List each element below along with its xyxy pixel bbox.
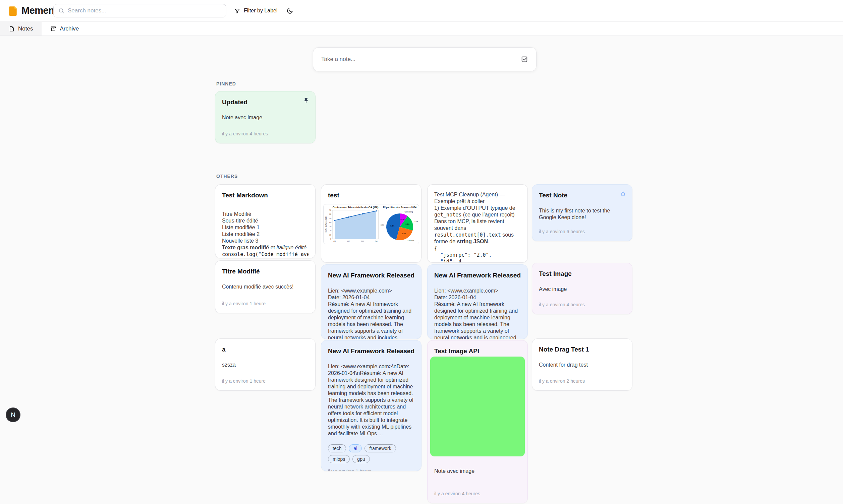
svg-text:20: 20 [329,230,331,232]
note-card-test-image-api[interactable]: Test Image API Note avec image il y a en… [427,340,528,503]
note-timestamp: il y a environ 4 heures [539,296,626,307]
svg-text:Consulting: Consulting [404,211,413,213]
funnel-icon [234,8,241,14]
dev-indicator-initial: N [11,411,15,418]
markdown-line: Sous-titre édité [222,217,309,224]
note-card-test-mcp-cleanup[interactable]: Test MCP Cleanup (Agent) — Exemple prêt … [427,184,528,263]
markdown-rich-line: Texte gras modifié et italique édité [222,244,309,251]
note-card-updated[interactable]: Updated Note avec image il y a environ 4… [215,91,316,143]
reminder-bell-icon[interactable] [619,190,627,197]
note-card-test-image[interactable]: Test Image Avec image il y a environ 4 h… [532,263,632,314]
note-timestamp: il y a environ 2 heures [539,373,626,384]
note-card-new-ai-framework-tags[interactable]: New AI Framework Released Lien: <www.exa… [321,340,421,471]
note-title: New AI Framework Released [434,271,521,280]
note-content: Test MCP Cleanup (Agent) — Exemple prêt … [434,191,521,263]
moon-icon [286,7,294,14]
svg-text:25.0%: 25.0% [401,233,406,235]
svg-text:Q2: Q2 [347,240,350,242]
tab-archive-label: Archive [60,25,79,32]
markdown-line: Liste modifiée 1 [222,224,309,231]
svg-text:Services: Services [407,239,414,241]
note-line: Test MCP Cleanup (Agent) — Exemple prêt … [434,191,521,205]
note-card-test-charts[interactable]: test Croissance Trimestrielle du CA (M€)… [321,184,421,263]
note-line: Date: 2026-01-04 [434,294,521,301]
svg-text:Q3: Q3 [361,240,364,242]
note-line: Lien: <www.example.com> [328,288,415,294]
take-a-note-input[interactable] [321,53,514,66]
tag-chip-tech[interactable]: tech [328,444,346,452]
pin-icon[interactable] [302,97,310,104]
note-content: szsza [222,362,309,368]
dev-indicator-button[interactable]: N [6,408,20,422]
svg-text:Q4: Q4 [375,240,377,242]
new-checklist-button[interactable] [519,54,530,65]
svg-text:45.8%: 45.8% [390,225,395,227]
note-card-new-ai-framework-1[interactable]: New AI Framework Released Lien: <www.exa… [321,265,421,339]
tag-chip-ai[interactable]: ai [349,444,362,452]
note-title: Test Note [539,191,626,199]
note-title: Note Drag Test 1 [539,345,626,354]
note-line: Dans ton MCP, la liste revient souvent d… [434,218,521,245]
note-title: Updated [222,98,309,106]
note-title: Titre Modifié [222,267,309,275]
note-title: test [328,191,415,199]
tab-notes[interactable]: Notes [0,22,41,36]
note-content: This is my first note to test the Google… [539,208,626,221]
note-content: Note avec image [434,468,521,474]
note-line: 1) Exemple d’OUTPUT typique de get_notes… [434,205,521,218]
tab-notes-label: Notes [18,25,33,32]
tag-chip-mlops[interactable]: mlops [328,455,350,463]
json-code-line: "id": 4,… [434,258,521,263]
tab-archive[interactable]: Archive [41,22,88,36]
tag-chip-gpu[interactable]: gpu [352,455,370,463]
markdown-line: Nouvelle liste 3 [222,238,309,244]
note-composer [313,47,537,71]
note-card-test-markdown[interactable]: Test Markdown Titre Modifié Sous-titre é… [215,184,316,258]
note-card-new-ai-framework-2[interactable]: New AI Framework Released Lien: <www.exa… [427,265,528,339]
svg-text:10: 10 [329,234,331,236]
json-code-line: { [434,245,521,252]
note-image-charts: Croissance Trimestrielle du CA (M€)01020… [323,204,419,244]
note-line: Lien: <www.example.com> [434,288,521,294]
dark-mode-toggle[interactable] [283,4,296,17]
note-line: Date: 2026-01-04 [328,294,415,301]
note-card-a[interactable]: a szsza il y a environ 1 heure [215,339,316,391]
note-timestamp: il y a environ 1 heure [222,295,309,306]
others-section-label: OTHERS [216,174,238,179]
pie-chart: Répartition des Revenus 202445.8%Produit… [381,205,418,244]
note-title: Test Image [539,270,626,278]
svg-text:19.2%: 19.2% [404,223,409,225]
note-content: Lien: <www.example.com> Date: 2026-01-04… [328,288,415,339]
filter-by-label-button[interactable]: Filter by Label [231,4,280,17]
note-content: Contenu modifié avec succès! [222,284,309,290]
tag-chip-framework[interactable]: framework [365,444,396,452]
tab-bar: Notes Archive [0,22,843,36]
svg-text:30: 30 [329,226,331,228]
svg-text:60: 60 [329,213,331,215]
note-card-note-drag-test-1[interactable]: Note Drag Test 1 Content for drag test i… [532,339,632,391]
note-card-titre-modifie[interactable]: Titre Modifié Contenu modifié avec succè… [215,260,316,313]
app-header: Memento Filter by Label [0,0,843,21]
search-icon [58,8,64,14]
search-input[interactable] [68,7,221,14]
memento-logo-icon [9,6,17,16]
note-paragraph: Résumé: A new AI framework designed for … [434,301,521,339]
note-title: Test Image API [434,347,521,355]
note-paragraph: Résumé: A new AI framework designed for … [328,301,415,339]
svg-text:Chiffre d'affaires (M€): Chiffre d'affaires (M€) [325,216,327,233]
note-content: Avec image [539,286,626,292]
note-card-test-note[interactable]: Test Note This is my first note to test … [532,184,632,241]
markdown-line: Liste modifiée 2 [222,231,309,238]
note-content: Lien: <www.example.com> Date: 2026-01-04… [434,288,521,339]
note-title: Test Markdown [222,191,309,199]
note-timestamp: il y a environ 4 heures [434,486,521,496]
area-chart: Croissance Trimestrielle du CA (M€)01020… [324,205,381,244]
filter-by-label-text: Filter by Label [244,8,278,14]
markdown-code-line: console.log("Code modifié avec succ [222,251,309,258]
note-content: Note avec image [222,114,309,121]
svg-text:Répartition des Revenus 2024: Répartition des Revenus 2024 [383,206,417,209]
svg-text:Croissance Trimestrielle du CA: Croissance Trimestrielle du CA (M€) [333,206,379,209]
note-timestamp: il y a environ 6 heures [539,223,626,234]
note-content: Lien: <www.example.com>\nDate: 2026-01-0… [328,363,415,437]
note-content: Content for drag test [539,362,626,368]
